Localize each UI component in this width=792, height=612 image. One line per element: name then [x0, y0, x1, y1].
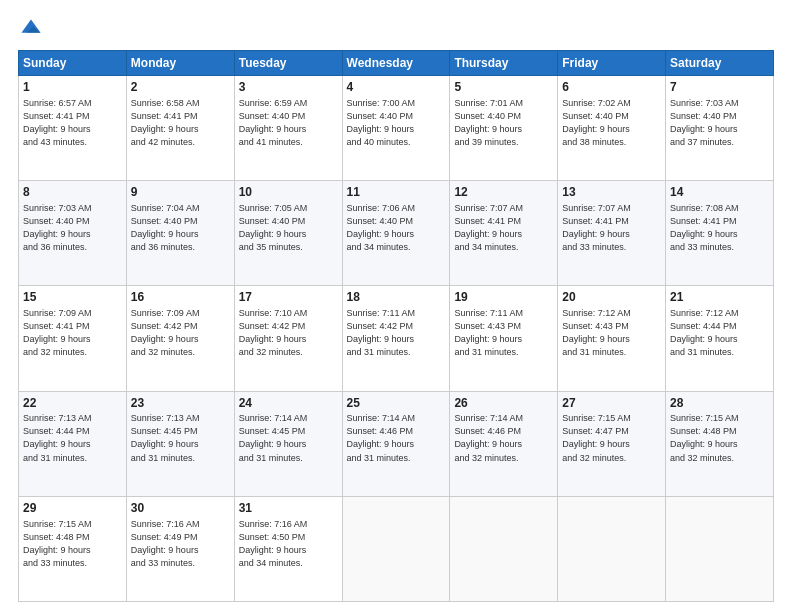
calendar-cell: 21Sunrise: 7:12 AMSunset: 4:44 PMDayligh…: [666, 286, 774, 391]
calendar-cell: 17Sunrise: 7:10 AMSunset: 4:42 PMDayligh…: [234, 286, 342, 391]
calendar-cell: 1Sunrise: 6:57 AMSunset: 4:41 PMDaylight…: [19, 76, 127, 181]
day-info: Sunrise: 7:08 AMSunset: 4:41 PMDaylight:…: [670, 202, 769, 254]
day-number: 15: [23, 289, 122, 306]
day-number: 23: [131, 395, 230, 412]
day-info: Sunrise: 7:04 AMSunset: 4:40 PMDaylight:…: [131, 202, 230, 254]
day-number: 8: [23, 184, 122, 201]
logo-text: [18, 18, 42, 40]
day-info: Sunrise: 7:11 AMSunset: 4:43 PMDaylight:…: [454, 307, 553, 359]
day-info: Sunrise: 7:12 AMSunset: 4:43 PMDaylight:…: [562, 307, 661, 359]
day-info: Sunrise: 7:16 AMSunset: 4:49 PMDaylight:…: [131, 518, 230, 570]
day-number: 20: [562, 289, 661, 306]
calendar-cell: 5Sunrise: 7:01 AMSunset: 4:40 PMDaylight…: [450, 76, 558, 181]
calendar-week-5: 29Sunrise: 7:15 AMSunset: 4:48 PMDayligh…: [19, 496, 774, 601]
calendar-cell: 8Sunrise: 7:03 AMSunset: 4:40 PMDaylight…: [19, 181, 127, 286]
calendar-cell: 13Sunrise: 7:07 AMSunset: 4:41 PMDayligh…: [558, 181, 666, 286]
day-number: 6: [562, 79, 661, 96]
calendar-cell: 24Sunrise: 7:14 AMSunset: 4:45 PMDayligh…: [234, 391, 342, 496]
calendar-cell: 23Sunrise: 7:13 AMSunset: 4:45 PMDayligh…: [126, 391, 234, 496]
col-header-thursday: Thursday: [450, 51, 558, 76]
day-info: Sunrise: 7:15 AMSunset: 4:48 PMDaylight:…: [23, 518, 122, 570]
day-info: Sunrise: 7:01 AMSunset: 4:40 PMDaylight:…: [454, 97, 553, 149]
calendar-cell: 30Sunrise: 7:16 AMSunset: 4:49 PMDayligh…: [126, 496, 234, 601]
day-number: 19: [454, 289, 553, 306]
day-number: 21: [670, 289, 769, 306]
day-info: Sunrise: 7:02 AMSunset: 4:40 PMDaylight:…: [562, 97, 661, 149]
day-number: 1: [23, 79, 122, 96]
day-info: Sunrise: 7:07 AMSunset: 4:41 PMDaylight:…: [454, 202, 553, 254]
day-info: Sunrise: 6:57 AMSunset: 4:41 PMDaylight:…: [23, 97, 122, 149]
day-number: 16: [131, 289, 230, 306]
day-info: Sunrise: 7:15 AMSunset: 4:48 PMDaylight:…: [670, 412, 769, 464]
day-info: Sunrise: 7:03 AMSunset: 4:40 PMDaylight:…: [670, 97, 769, 149]
day-info: Sunrise: 6:59 AMSunset: 4:40 PMDaylight:…: [239, 97, 338, 149]
col-header-sunday: Sunday: [19, 51, 127, 76]
calendar-cell: [558, 496, 666, 601]
day-info: Sunrise: 7:07 AMSunset: 4:41 PMDaylight:…: [562, 202, 661, 254]
day-info: Sunrise: 7:03 AMSunset: 4:40 PMDaylight:…: [23, 202, 122, 254]
calendar-cell: 18Sunrise: 7:11 AMSunset: 4:42 PMDayligh…: [342, 286, 450, 391]
calendar-body: 1Sunrise: 6:57 AMSunset: 4:41 PMDaylight…: [19, 76, 774, 602]
calendar-cell: 26Sunrise: 7:14 AMSunset: 4:46 PMDayligh…: [450, 391, 558, 496]
day-number: 2: [131, 79, 230, 96]
logo-icon: [20, 18, 42, 40]
day-info: Sunrise: 7:14 AMSunset: 4:46 PMDaylight:…: [347, 412, 446, 464]
calendar-cell: [342, 496, 450, 601]
day-number: 28: [670, 395, 769, 412]
day-number: 12: [454, 184, 553, 201]
calendar-cell: 15Sunrise: 7:09 AMSunset: 4:41 PMDayligh…: [19, 286, 127, 391]
calendar-cell: 25Sunrise: 7:14 AMSunset: 4:46 PMDayligh…: [342, 391, 450, 496]
logo: [18, 18, 42, 40]
day-number: 30: [131, 500, 230, 517]
day-info: Sunrise: 6:58 AMSunset: 4:41 PMDaylight:…: [131, 97, 230, 149]
day-number: 7: [670, 79, 769, 96]
day-info: Sunrise: 7:13 AMSunset: 4:44 PMDaylight:…: [23, 412, 122, 464]
day-number: 5: [454, 79, 553, 96]
day-number: 3: [239, 79, 338, 96]
col-header-friday: Friday: [558, 51, 666, 76]
col-header-tuesday: Tuesday: [234, 51, 342, 76]
day-number: 11: [347, 184, 446, 201]
calendar-week-2: 8Sunrise: 7:03 AMSunset: 4:40 PMDaylight…: [19, 181, 774, 286]
day-number: 27: [562, 395, 661, 412]
day-info: Sunrise: 7:06 AMSunset: 4:40 PMDaylight:…: [347, 202, 446, 254]
calendar-week-1: 1Sunrise: 6:57 AMSunset: 4:41 PMDaylight…: [19, 76, 774, 181]
calendar-cell: 12Sunrise: 7:07 AMSunset: 4:41 PMDayligh…: [450, 181, 558, 286]
calendar-cell: 31Sunrise: 7:16 AMSunset: 4:50 PMDayligh…: [234, 496, 342, 601]
day-number: 24: [239, 395, 338, 412]
calendar-cell: 11Sunrise: 7:06 AMSunset: 4:40 PMDayligh…: [342, 181, 450, 286]
calendar-table: SundayMondayTuesdayWednesdayThursdayFrid…: [18, 50, 774, 602]
calendar-cell: 3Sunrise: 6:59 AMSunset: 4:40 PMDaylight…: [234, 76, 342, 181]
day-number: 26: [454, 395, 553, 412]
day-info: Sunrise: 7:10 AMSunset: 4:42 PMDaylight:…: [239, 307, 338, 359]
calendar-cell: 6Sunrise: 7:02 AMSunset: 4:40 PMDaylight…: [558, 76, 666, 181]
day-number: 25: [347, 395, 446, 412]
col-header-monday: Monday: [126, 51, 234, 76]
day-number: 13: [562, 184, 661, 201]
calendar-cell: 28Sunrise: 7:15 AMSunset: 4:48 PMDayligh…: [666, 391, 774, 496]
col-header-saturday: Saturday: [666, 51, 774, 76]
day-info: Sunrise: 7:11 AMSunset: 4:42 PMDaylight:…: [347, 307, 446, 359]
calendar-cell: 16Sunrise: 7:09 AMSunset: 4:42 PMDayligh…: [126, 286, 234, 391]
calendar-cell: 4Sunrise: 7:00 AMSunset: 4:40 PMDaylight…: [342, 76, 450, 181]
day-number: 29: [23, 500, 122, 517]
calendar-cell: 10Sunrise: 7:05 AMSunset: 4:40 PMDayligh…: [234, 181, 342, 286]
day-number: 17: [239, 289, 338, 306]
day-number: 22: [23, 395, 122, 412]
calendar-cell: 27Sunrise: 7:15 AMSunset: 4:47 PMDayligh…: [558, 391, 666, 496]
day-info: Sunrise: 7:09 AMSunset: 4:41 PMDaylight:…: [23, 307, 122, 359]
col-header-wednesday: Wednesday: [342, 51, 450, 76]
calendar-header-row: SundayMondayTuesdayWednesdayThursdayFrid…: [19, 51, 774, 76]
day-number: 18: [347, 289, 446, 306]
calendar-cell: 7Sunrise: 7:03 AMSunset: 4:40 PMDaylight…: [666, 76, 774, 181]
calendar-cell: 22Sunrise: 7:13 AMSunset: 4:44 PMDayligh…: [19, 391, 127, 496]
calendar-week-4: 22Sunrise: 7:13 AMSunset: 4:44 PMDayligh…: [19, 391, 774, 496]
day-info: Sunrise: 7:00 AMSunset: 4:40 PMDaylight:…: [347, 97, 446, 149]
day-number: 4: [347, 79, 446, 96]
header: [18, 18, 774, 40]
day-number: 14: [670, 184, 769, 201]
day-info: Sunrise: 7:09 AMSunset: 4:42 PMDaylight:…: [131, 307, 230, 359]
day-info: Sunrise: 7:05 AMSunset: 4:40 PMDaylight:…: [239, 202, 338, 254]
calendar-cell: 19Sunrise: 7:11 AMSunset: 4:43 PMDayligh…: [450, 286, 558, 391]
day-number: 31: [239, 500, 338, 517]
